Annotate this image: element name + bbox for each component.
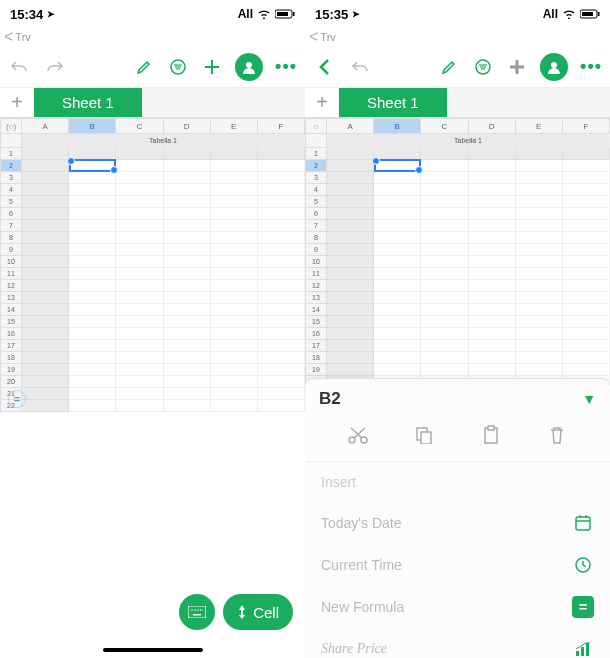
status-time: 15:35 — [315, 7, 348, 22]
col-header-a[interactable]: A — [327, 118, 374, 134]
col-header-e[interactable]: E — [211, 118, 258, 134]
row-header[interactable]: 18 — [305, 352, 327, 364]
row-header[interactable]: 20 — [0, 376, 22, 388]
avatar-icon[interactable] — [235, 53, 263, 81]
svg-point-14 — [200, 609, 202, 611]
cut-icon[interactable] — [346, 423, 370, 447]
row-header[interactable]: 4 — [305, 184, 327, 196]
delete-icon[interactable] — [545, 423, 569, 447]
cell-panel: B2 ▼ Insert Today's Date Current — [305, 378, 610, 658]
row-header[interactable]: 8 — [305, 232, 327, 244]
row-header[interactable]: 14 — [0, 304, 22, 316]
spreadsheet[interactable]: ○ A B C D E F Tabella 1 1 2 3 4 5 6 7 8 … — [305, 118, 610, 412]
row-header[interactable]: 10 — [0, 256, 22, 268]
panel-row-todays-date[interactable]: Today's Date — [305, 502, 610, 544]
col-header-d[interactable]: D — [469, 118, 516, 134]
svg-point-9 — [246, 62, 252, 68]
row-header[interactable]: 13 — [0, 292, 22, 304]
row-header[interactable]: 18 — [0, 352, 22, 364]
sheet-tab-1[interactable]: Sheet 1 — [34, 88, 142, 117]
row-header[interactable]: 1 — [0, 148, 22, 160]
row-header[interactable]: 19 — [305, 364, 327, 376]
col-header-d[interactable]: D — [164, 118, 211, 134]
sheet-tab-bar: + Sheet 1 — [0, 88, 305, 118]
row-header[interactable]: 12 — [0, 280, 22, 292]
screen-right: 15:35 ➤ All <Trv — [305, 0, 610, 658]
add-sheet-button[interactable]: + — [305, 88, 339, 117]
row-header[interactable]: 11 — [305, 268, 327, 280]
row-header[interactable]: 16 — [0, 328, 22, 340]
keyboard-button[interactable] — [179, 594, 215, 630]
redo-icon[interactable] — [44, 56, 66, 78]
col-header-f[interactable]: F — [563, 118, 610, 134]
svg-rect-34 — [576, 517, 590, 530]
row-header[interactable]: 6 — [305, 208, 327, 220]
spreadsheet[interactable]: (○) A B C D E F Tabella 1 1 2 3 4 5 6 7 … — [0, 118, 305, 412]
row-header[interactable]: 10 — [305, 256, 327, 268]
row-header[interactable]: 16 — [305, 328, 327, 340]
battery-icon — [275, 9, 295, 19]
row-header[interactable]: 4 — [0, 184, 22, 196]
row-header[interactable]: 15 — [305, 316, 327, 328]
col-header-e[interactable]: E — [516, 118, 563, 134]
row-header[interactable]: 5 — [305, 196, 327, 208]
row-header[interactable]: 11 — [0, 268, 22, 280]
plus-icon[interactable] — [506, 56, 528, 78]
row-header[interactable]: 3 — [0, 172, 22, 184]
home-indicator[interactable] — [103, 648, 203, 652]
undo-icon[interactable] — [8, 56, 30, 78]
row-header[interactable]: 8 — [0, 232, 22, 244]
row-header[interactable]: 9 — [305, 244, 327, 256]
avatar-icon[interactable] — [540, 53, 568, 81]
try-bar: <Trv — [0, 28, 305, 46]
col-header-c[interactable]: C — [116, 118, 163, 134]
row-header[interactable]: 7 — [305, 220, 327, 232]
row-header[interactable]: 17 — [305, 340, 327, 352]
col-header-b[interactable]: B — [374, 118, 421, 134]
col-header-f[interactable]: F — [258, 118, 305, 134]
row-header[interactable]: 2 — [305, 160, 327, 172]
col-header-c[interactable]: C — [421, 118, 468, 134]
panel-collapse-icon[interactable]: ▼ — [582, 391, 596, 407]
status-network: All — [238, 7, 253, 21]
row-header[interactable]: 2 — [0, 160, 22, 172]
row-header[interactable]: 14 — [305, 304, 327, 316]
cell-button[interactable]: Cell — [223, 594, 293, 630]
filter-icon[interactable] — [167, 56, 189, 78]
row-header[interactable]: 17 — [0, 340, 22, 352]
svg-rect-10 — [188, 606, 206, 618]
sheet-tab-1[interactable]: Sheet 1 — [339, 88, 447, 117]
more-icon[interactable]: ••• — [580, 56, 602, 77]
add-sheet-button[interactable]: + — [0, 88, 34, 117]
row-header[interactable]: 3 — [305, 172, 327, 184]
panel-row-current-time[interactable]: Current Time — [305, 544, 610, 586]
row-header[interactable]: 15 — [0, 316, 22, 328]
col-header-a[interactable]: A — [22, 118, 69, 134]
row-header[interactable]: 12 — [305, 280, 327, 292]
select-all-corner[interactable]: (○) — [0, 118, 22, 134]
chart-icon — [572, 638, 594, 658]
location-icon: ➤ — [352, 9, 360, 19]
panel-row-share-price[interactable]: Share Price — [305, 628, 610, 658]
row-header[interactable]: 6 — [0, 208, 22, 220]
row-header[interactable]: 5 — [0, 196, 22, 208]
brush-icon[interactable] — [438, 56, 460, 78]
brush-icon[interactable] — [133, 56, 155, 78]
undo-icon[interactable] — [349, 56, 371, 78]
row-header[interactable]: 13 — [305, 292, 327, 304]
panel-row-new-formula[interactable]: New Formula = — [305, 586, 610, 628]
filter-icon[interactable] — [472, 56, 494, 78]
formula-button[interactable]: = — [8, 390, 26, 408]
select-all-corner[interactable]: ○ — [305, 118, 327, 134]
row-header[interactable]: 19 — [0, 364, 22, 376]
row-header[interactable]: 7 — [0, 220, 22, 232]
col-header-b[interactable]: B — [69, 118, 116, 134]
paste-icon[interactable] — [479, 423, 503, 447]
more-icon[interactable]: ••• — [275, 56, 297, 77]
row-header[interactable]: 9 — [0, 244, 22, 256]
back-icon[interactable] — [313, 56, 335, 78]
row-header[interactable]: 1 — [305, 148, 327, 160]
copy-icon[interactable] — [412, 423, 436, 447]
plus-icon[interactable] — [201, 56, 223, 78]
svg-point-25 — [551, 62, 557, 68]
